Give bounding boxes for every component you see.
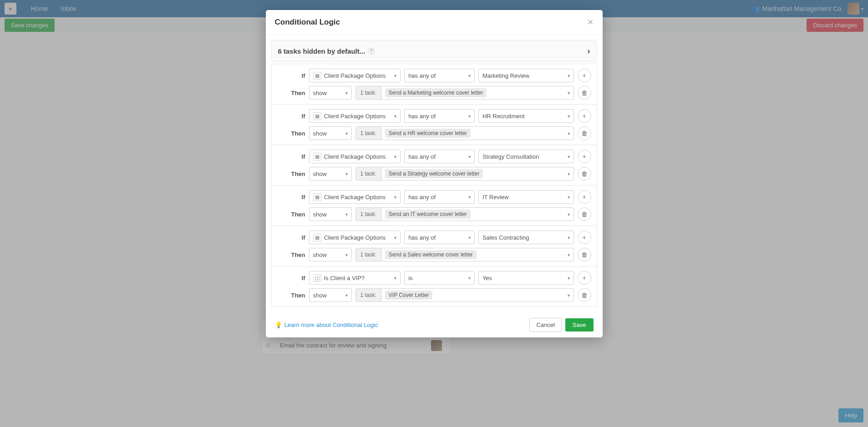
modal-overlay: Conditional Logic × 6 tasks hidden by de… <box>0 0 868 33</box>
modal-title: Conditional Logic <box>275 18 588 27</box>
modal-header: Conditional Logic × <box>266 10 603 33</box>
conditional-logic-modal: Conditional Logic × 6 tasks hidden by de… <box>266 10 603 33</box>
close-button[interactable]: × <box>588 16 594 28</box>
